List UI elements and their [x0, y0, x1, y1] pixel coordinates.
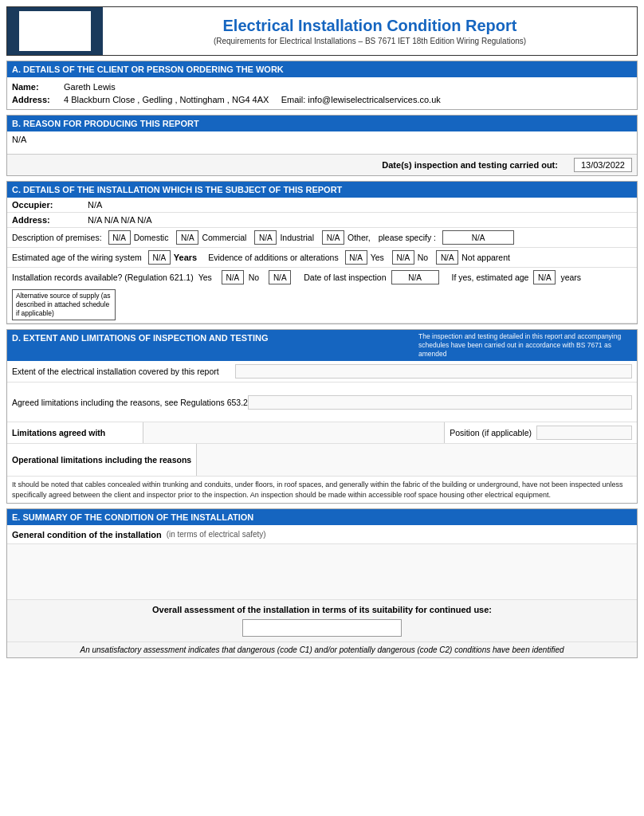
operational-row: Operational limitations including the re…	[7, 444, 637, 477]
inst-no-label: No	[249, 273, 259, 282]
inst-records-row: Installation records available? (Regulat…	[7, 268, 637, 324]
limitations-right: Position (if applicable)	[445, 422, 637, 443]
date-last-label: Date of last inspection	[304, 273, 386, 282]
limitations-row: Limitations agreed with Position (if app…	[7, 422, 637, 444]
address-value: 4 Blackburn Close , Gedling , Nottingham…	[64, 95, 632, 104]
reason-text: N/A	[7, 131, 637, 154]
date-label: Date(s) inspection and testing carried o…	[382, 160, 558, 170]
c-address-row: Address: N/A N/A N/A N/A	[7, 213, 637, 228]
e-footer: An unsatisfactory assessment indicates t…	[7, 642, 637, 657]
general-sub: (in terms of electrical safety)	[167, 530, 266, 539]
general-condition-area	[7, 544, 637, 600]
header-text-area: Electrical Installation Condition Report…	[103, 12, 637, 50]
logo-area	[7, 7, 103, 55]
general-label: General condition of the installation	[12, 530, 162, 539]
inst-no-box: N/A	[269, 270, 291, 284]
occupier-label: Occupier:	[12, 200, 88, 210]
operational-left: Operational limitations including the re…	[7, 444, 196, 476]
extent-value	[235, 364, 632, 379]
section-d-header-area: D. EXTENT AND LIMITATIONS OF INSPECTION …	[7, 330, 637, 361]
d-notice: It should be noted that cables concealed…	[7, 477, 637, 503]
commercial-label: Commercial	[202, 233, 246, 242]
name-label: Name:	[12, 82, 64, 92]
date-value: 13/03/2022	[574, 158, 632, 172]
commercial-box: N/A	[176, 230, 198, 245]
other-box: N/A	[322, 230, 344, 245]
premises-row: Description of premises: N/A Domestic N/…	[7, 228, 637, 248]
report-subtitle: (Requirements for Electrical Installatio…	[108, 37, 632, 45]
section-d-header: D. EXTENT AND LIMITATIONS OF INSPECTION …	[7, 330, 414, 361]
extent-label: Extent of the electrical installation co…	[12, 367, 235, 376]
section-e-header: E. SUMMARY OF THE CONDITION OF THE INSTA…	[7, 509, 637, 525]
extent-row: Extent of the electrical installation co…	[7, 361, 637, 382]
domestic-box: N/A	[108, 230, 131, 245]
address-label: Address:	[12, 95, 64, 104]
position-label: Position (if applicable)	[450, 428, 532, 437]
operational-value	[196, 444, 637, 476]
inst-records-label: Installation records available? (Regulat…	[12, 273, 194, 282]
evidence-yes-box: N/A	[345, 250, 367, 265]
agreed-row: Agreed limitations including the reasons…	[7, 382, 637, 422]
section-a-header: A. DETAILS OF THE CLIENT OR PERSON ORDER…	[7, 61, 637, 77]
premises-label: Description of premises:	[12, 233, 102, 242]
evidence-na-label: Not apparent	[461, 253, 510, 262]
overall-row: Overall assessment of the installation i…	[7, 600, 637, 642]
inst-yes-box: N/A	[222, 270, 244, 284]
c-address-value: N/A N/A N/A N/A	[88, 215, 632, 225]
limitations-label: Limitations agreed with	[12, 428, 105, 437]
domestic-label: Domestic	[134, 233, 169, 242]
position-value	[536, 426, 632, 440]
general-condition-row: General condition of the installation (i…	[7, 525, 637, 544]
inst-yes-label: Yes	[198, 273, 212, 282]
report-header: Electrical Installation Condition Report…	[6, 6, 638, 56]
specify-label: please specify :	[379, 233, 436, 242]
occupier-value: N/A	[88, 200, 632, 210]
c-address-label: Address:	[12, 215, 88, 225]
if-yes-label: If yes, estimated age	[452, 273, 529, 282]
address-row: Address: 4 Blackburn Close , Gedling , N…	[12, 93, 632, 106]
section-a-body: Name: Gareth Lewis Address: 4 Blackburn …	[7, 77, 637, 109]
evidence-no-box: N/A	[392, 250, 414, 265]
section-c: C. DETAILS OF THE INSTALLATION WHICH IS …	[6, 181, 638, 324]
evidence-no-label: No	[418, 253, 428, 262]
industrial-box: N/A	[254, 230, 277, 245]
if-yes-years: years	[560, 273, 581, 282]
agreed-label: Agreed limitations including the reasons…	[12, 398, 248, 407]
email-value: info@lewiselectricalservices.co.uk	[308, 95, 440, 104]
name-value: Gareth Lewis	[64, 82, 632, 92]
name-row: Name: Gareth Lewis	[12, 80, 632, 93]
section-b-header: B. REASON FOR PRODUCING THIS REPORT	[7, 116, 637, 131]
operational-label: Operational limitations including the re…	[12, 454, 191, 466]
section-b: B. REASON FOR PRODUCING THIS REPORT N/A …	[6, 115, 638, 176]
date-row: Date(s) inspection and testing carried o…	[7, 154, 637, 175]
agreed-value	[248, 395, 632, 410]
overall-value	[242, 619, 402, 637]
wiring-age-box: N/A	[148, 250, 171, 265]
email-label: Email:	[281, 95, 306, 104]
specify-value: N/A	[442, 230, 514, 245]
overall-label: Overall assessment of the installation i…	[152, 605, 492, 614]
section-a: A. DETAILS OF THE CLIENT OR PERSON ORDER…	[6, 61, 638, 110]
wiring-label: Estimated age of the wiring system	[12, 253, 142, 262]
report-title: Electrical Installation Condition Report	[108, 17, 632, 35]
page: Electrical Installation Condition Report…	[0, 0, 644, 669]
limitations-value	[143, 422, 445, 443]
section-c-header: C. DETAILS OF THE INSTALLATION WHICH IS …	[7, 182, 637, 198]
wiring-years-label: Years	[174, 253, 197, 262]
logo	[19, 11, 91, 51]
evidence-label: Evidence of additions or alterations	[208, 253, 338, 262]
section-d-note: The inspection and testing detailed in t…	[414, 330, 637, 361]
section-e: E. SUMMARY OF THE CONDITION OF THE INSTA…	[6, 508, 638, 658]
evidence-na-box: N/A	[436, 250, 458, 265]
wiring-row: Estimated age of the wiring system N/A Y…	[7, 248, 637, 268]
section-d: D. EXTENT AND LIMITATIONS OF INSPECTION …	[6, 329, 638, 504]
other-label: Other,	[348, 233, 371, 242]
occupier-row: Occupier: N/A	[7, 198, 637, 213]
alt-supply-box: Alternative source of supply (as describ…	[12, 289, 116, 320]
limitations-left: Limitations agreed with	[7, 422, 143, 443]
if-yes-box: N/A	[533, 270, 556, 284]
industrial-label: Industrial	[280, 233, 314, 242]
evidence-yes-label: Yes	[371, 253, 384, 262]
date-last-value: N/A	[391, 270, 439, 284]
